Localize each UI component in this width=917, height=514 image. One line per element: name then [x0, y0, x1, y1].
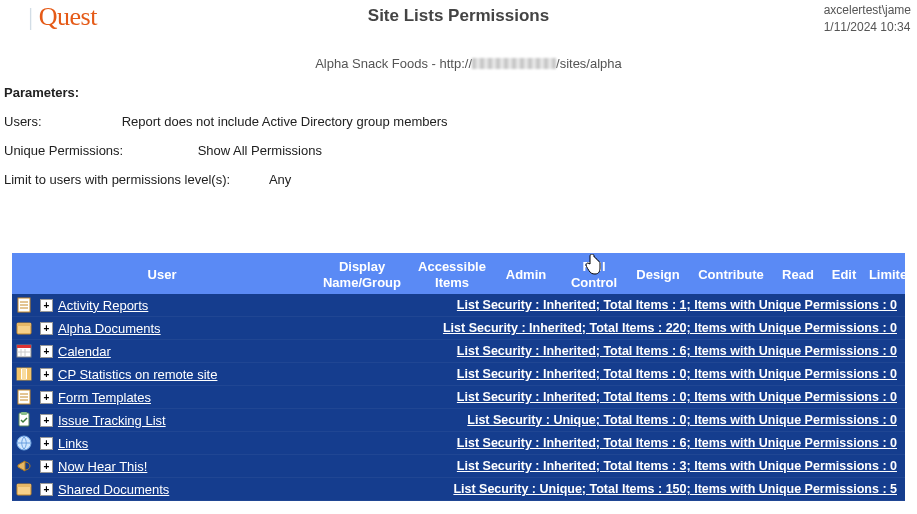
report-list-icon [16, 297, 32, 313]
expand-toggle[interactable]: + [40, 483, 53, 496]
page-title: Site Lists Permissions [0, 6, 917, 26]
list-name-cell: CP Statistics on remote site [58, 367, 316, 382]
col-accessible-items[interactable]: Accessible Items [412, 259, 492, 290]
list-security-summary[interactable]: List Security : Inherited; Total Items :… [316, 321, 901, 335]
table-row: +Now Hear This!List Security : Inherited… [12, 455, 905, 478]
link-icon [16, 435, 32, 451]
report-list-icon [16, 389, 32, 405]
expand-toggle[interactable]: + [40, 368, 53, 381]
svg-rect-14 [27, 368, 31, 380]
col-admin[interactable]: Admin [492, 267, 560, 283]
table-row: +LinksList Security : Inherited; Total I… [12, 432, 905, 455]
col-edit[interactable]: Edit [822, 267, 866, 283]
col-contribute[interactable]: Contribute [688, 267, 774, 283]
list-name-cell: Links [58, 436, 316, 451]
user-info: axcelertest\jame 1/11/2024 10:34 [824, 2, 911, 36]
svg-rect-23 [17, 484, 31, 487]
col-display-name[interactable]: Display Name/Group [312, 259, 412, 290]
list-name-link[interactable]: Now Hear This! [58, 459, 147, 474]
list-security-summary[interactable]: List Security : Inherited; Total Items :… [316, 390, 901, 404]
list-name-cell: Form Templates [58, 390, 316, 405]
list-name-link[interactable]: Calendar [58, 344, 111, 359]
expand-toggle[interactable]: + [40, 460, 53, 473]
expand-toggle[interactable]: + [40, 345, 53, 358]
table-header-row: User Display Name/Group Accessible Items… [12, 253, 905, 294]
permissions-table: User Display Name/Group Accessible Items… [12, 253, 905, 501]
list-security-summary[interactable]: List Security : Inherited; Total Items :… [316, 344, 901, 358]
list-name-cell: Now Hear This! [58, 459, 316, 474]
list-name-link[interactable]: Alpha Documents [58, 321, 161, 336]
param-unique-perm-value: Show All Permissions [198, 143, 322, 158]
list-name-link[interactable]: Issue Tracking List [58, 413, 166, 428]
columns-icon [16, 366, 32, 382]
site-url: Alpha Snack Foods - http:///sites/alpha [28, 56, 909, 71]
col-user[interactable]: User [12, 267, 312, 283]
list-name-cell: Calendar [58, 344, 316, 359]
table-row: +CP Statistics on remote siteList Securi… [12, 363, 905, 386]
user-name: axcelertest\jame [824, 2, 911, 19]
svg-rect-13 [22, 368, 26, 380]
expand-toggle[interactable]: + [40, 299, 53, 312]
list-security-summary[interactable]: List Security : Inherited; Total Items :… [316, 367, 901, 381]
list-name-cell: Shared Documents [58, 482, 316, 497]
list-security-summary[interactable]: List Security : Unique; Total Items : 0;… [316, 413, 901, 427]
col-design[interactable]: Design [628, 267, 688, 283]
expand-toggle[interactable]: + [40, 437, 53, 450]
list-name-link[interactable]: Shared Documents [58, 482, 169, 497]
list-name-cell: Activity Reports [58, 298, 316, 313]
table-row: +Form TemplatesList Security : Inherited… [12, 386, 905, 409]
list-name-link[interactable]: CP Statistics on remote site [58, 367, 217, 382]
list-name-link[interactable]: Form Templates [58, 390, 151, 405]
col-full-control[interactable]: Full Control [560, 259, 628, 290]
param-users-value: Report does not include Active Directory… [122, 114, 448, 129]
table-row: +Activity ReportsList Security : Inherit… [12, 294, 905, 317]
table-row: +Shared DocumentsList Security : Unique;… [12, 478, 905, 501]
col-limited[interactable]: Limited [866, 267, 917, 283]
list-security-summary[interactable]: List Security : Inherited; Total Items :… [316, 298, 901, 312]
param-limit-value: Any [269, 172, 291, 187]
param-users-label: Users: [4, 114, 118, 129]
param-limit-label: Limit to users with permissions level(s)… [4, 172, 266, 187]
expand-toggle[interactable]: + [40, 414, 53, 427]
svg-rect-20 [21, 412, 27, 415]
list-name-cell: Issue Tracking List [58, 413, 316, 428]
doclib-icon [16, 481, 32, 497]
table-row: +Alpha DocumentsList Security : Inherite… [12, 317, 905, 340]
list-security-summary[interactable]: List Security : Unique; Total Items : 15… [316, 482, 901, 496]
expand-toggle[interactable]: + [40, 391, 53, 404]
parameters-block: Parameters: Users: Report does not inclu… [0, 71, 917, 225]
expand-toggle[interactable]: + [40, 322, 53, 335]
list-name-link[interactable]: Activity Reports [58, 298, 148, 313]
timestamp: 1/11/2024 10:34 [824, 19, 911, 36]
issue-icon [16, 412, 32, 428]
redacted-host [472, 58, 556, 69]
parameters-heading: Parameters: [4, 85, 913, 100]
svg-rect-12 [17, 368, 21, 380]
param-unique-perm-label: Unique Permissions: [4, 143, 194, 158]
table-row: +CalendarList Security : Inherited; Tota… [12, 340, 905, 363]
list-name-cell: Alpha Documents [58, 321, 316, 336]
calendar-icon [16, 343, 32, 359]
svg-rect-5 [17, 323, 31, 326]
doclib-icon [16, 320, 32, 336]
list-security-summary[interactable]: List Security : Inherited; Total Items :… [316, 436, 901, 450]
list-name-link[interactable]: Links [58, 436, 88, 451]
col-read[interactable]: Read [774, 267, 822, 283]
table-row: +Issue Tracking ListList Security : Uniq… [12, 409, 905, 432]
svg-rect-7 [17, 345, 31, 348]
list-security-summary[interactable]: List Security : Inherited; Total Items :… [316, 459, 901, 473]
announce-icon [16, 458, 32, 474]
